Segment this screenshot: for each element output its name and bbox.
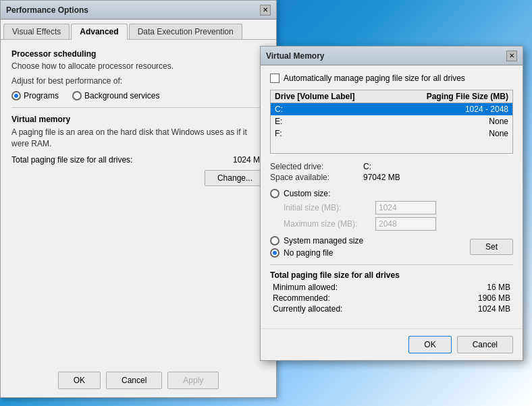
perf-apply-button[interactable]: Apply xyxy=(167,372,219,389)
total-recommended-row: Recommended: 1906 MB xyxy=(270,293,513,303)
tabs-bar: Visual Effects Advanced Data Execution P… xyxy=(1,20,276,40)
system-managed-radio[interactable]: System managed size xyxy=(270,236,363,245)
paging-table-header: Drive [Volume Label] Paging File Size (M… xyxy=(271,90,512,103)
total-min-label: Minimum allowed: xyxy=(273,283,338,292)
perf-bottom-buttons: OK Cancel Apply xyxy=(1,372,276,389)
tab-advanced[interactable]: Advanced xyxy=(71,24,127,40)
processor-section-desc: Choose how to allocate processor resourc… xyxy=(11,61,265,71)
vm-description: A paging file is an area on the hard dis… xyxy=(11,127,265,150)
paging-row-f-size: None xyxy=(489,129,508,138)
total-allocated-value: 1024 MB xyxy=(478,304,510,314)
radio-background-label: Background services xyxy=(84,91,159,100)
radio-programs-dot xyxy=(11,91,21,100)
perf-cancel-button[interactable]: Cancel xyxy=(106,372,162,389)
total-min-row: Minimum allowed: 16 MB xyxy=(270,283,513,292)
drive-info-grid: Selected drive: C: Space available: 9704… xyxy=(270,162,513,182)
paging-row-e-drive: E: xyxy=(275,117,282,126)
virtual-memory-dialog: Virtual Memory ✕ Automatically manage pa… xyxy=(260,46,523,361)
system-managed-label: System managed size xyxy=(284,236,363,245)
radio-programs[interactable]: Programs xyxy=(11,91,59,100)
vm-section-title: Virtual memory xyxy=(11,115,265,124)
performance-options-window: Performance Options ✕ Visual Effects Adv… xyxy=(0,0,277,398)
perf-window-title: Performance Options xyxy=(6,5,88,15)
vm-close-button[interactable]: ✕ xyxy=(506,51,517,61)
set-button[interactable]: Set xyxy=(470,239,513,255)
change-button[interactable]: Change... xyxy=(205,170,265,186)
auto-manage-checkbox[interactable] xyxy=(270,74,280,83)
vm-dialog-title: Virtual Memory xyxy=(266,51,324,61)
vm-bottom-buttons: OK Cancel xyxy=(261,328,523,360)
paging-label: Total paging file size for all drives: xyxy=(11,155,132,165)
space-available-label: Space available: xyxy=(270,173,358,182)
total-section: Total paging file size for all drives Mi… xyxy=(270,264,513,314)
adjust-label: Adjust for best performance of: xyxy=(11,76,265,86)
paging-col1-header: Drive [Volume Label] xyxy=(275,92,354,101)
perf-tab-content: Processor scheduling Choose how to alloc… xyxy=(1,40,276,196)
tab-visual-effects[interactable]: Visual Effects xyxy=(3,24,70,39)
paging-row-f[interactable]: F: None xyxy=(271,127,512,140)
initial-size-label: Initial size (MB): xyxy=(284,203,371,212)
space-available-value: 97042 MB xyxy=(363,173,513,182)
selected-drive-value: C: xyxy=(363,162,513,171)
total-allocated-row: Currently allocated: 1024 MB xyxy=(270,304,513,314)
paging-row-e[interactable]: E: None xyxy=(271,115,512,127)
custom-size-label: Custom size: xyxy=(284,189,330,198)
radio-programs-label: Programs xyxy=(24,91,59,100)
size-options-section: Custom size: Initial size (MB): 1024 Max… xyxy=(270,189,513,260)
total-min-value: 16 MB xyxy=(487,283,510,292)
perf-titlebar: Performance Options ✕ xyxy=(1,1,276,20)
no-paging-dot xyxy=(270,248,280,258)
initial-size-input[interactable]: 1024 xyxy=(375,201,436,214)
custom-size-radio[interactable]: Custom size: xyxy=(270,189,513,198)
virtual-memory-section: Virtual memory A paging file is an area … xyxy=(11,115,265,186)
perf-close-button[interactable]: ✕ xyxy=(260,5,271,16)
auto-manage-row[interactable]: Automatically manage paging file size fo… xyxy=(270,74,513,83)
custom-size-dot xyxy=(270,189,280,198)
radio-background[interactable]: Background services xyxy=(72,91,159,100)
paging-row-f-drive: F: xyxy=(275,129,282,138)
paging-info-row: Total paging file size for all drives: 1… xyxy=(11,155,265,165)
max-size-row: Maximum size (MB): 2048 xyxy=(284,217,513,231)
paging-row-e-size: None xyxy=(489,117,508,126)
vm-ok-button[interactable]: OK xyxy=(408,336,451,353)
initial-size-row: Initial size (MB): 1024 xyxy=(284,201,513,214)
total-section-title: Total paging file size for all drives xyxy=(270,270,513,280)
paging-row-c-size: 1024 - 2048 xyxy=(465,105,508,114)
processor-radio-group: Programs Background services xyxy=(11,91,265,100)
vm-cancel-button[interactable]: Cancel xyxy=(457,336,513,353)
vm-dialog-content: Automatically manage paging file size fo… xyxy=(261,65,523,323)
perf-ok-button[interactable]: OK xyxy=(58,372,101,389)
max-size-input[interactable]: 2048 xyxy=(375,217,436,231)
total-allocated-label: Currently allocated: xyxy=(273,304,342,314)
paging-row-c-drive: C: xyxy=(275,105,283,114)
vm-titlebar: Virtual Memory ✕ xyxy=(261,47,523,65)
processor-section-title: Processor scheduling xyxy=(11,49,265,59)
no-paging-label: No paging file xyxy=(284,248,333,258)
system-managed-dot xyxy=(270,236,280,245)
max-size-label: Maximum size (MB): xyxy=(284,219,371,229)
auto-manage-label: Automatically manage paging file size fo… xyxy=(284,74,465,83)
divider-1 xyxy=(11,107,265,108)
selected-drive-label: Selected drive: xyxy=(270,162,358,171)
total-recommended-label: Recommended: xyxy=(273,293,330,303)
paging-table: Drive [Volume Label] Paging File Size (M… xyxy=(270,90,513,154)
tab-data-execution[interactable]: Data Execution Prevention xyxy=(129,24,242,39)
no-paging-radio[interactable]: No paging file xyxy=(270,248,363,258)
table-padding xyxy=(271,140,512,153)
paging-col2-header: Paging File Size (MB) xyxy=(427,92,508,101)
paging-row-c[interactable]: C: 1024 - 2048 xyxy=(271,103,512,115)
total-recommended-value: 1906 MB xyxy=(478,293,510,303)
radio-background-dot xyxy=(72,91,82,100)
